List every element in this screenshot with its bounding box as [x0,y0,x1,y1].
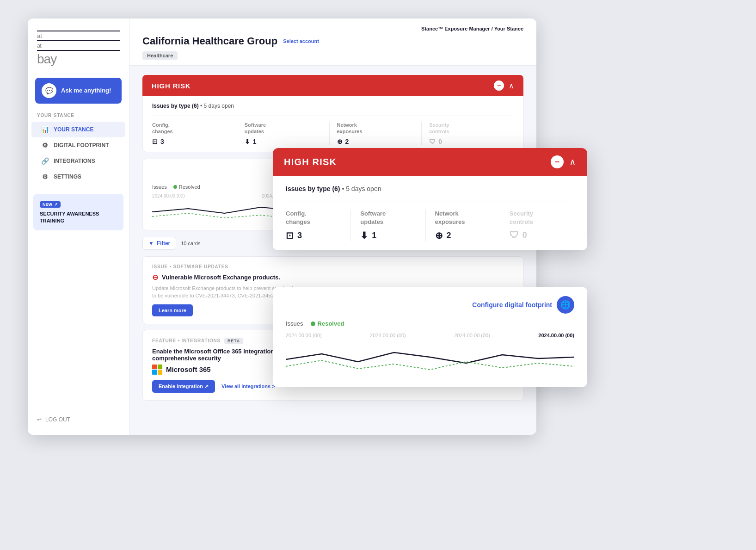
card-type-label: ISSUE • SOFTWARE UPDATES [152,264,514,269]
app-logo: at atbay [28,30,129,78]
overlay-configure-link[interactable]: Configure digital footprint 🌐 [472,296,574,314]
overlay-date-3: 2024.00.00 (00) [454,333,490,338]
overlay-issues-label: Issues by type (6) [286,185,340,192]
overlay-security-count: 0 [522,230,527,240]
overlay-col-security: Securitycontrols 🛡 0 [500,210,574,241]
overlay-col-software: Softwareupdates ⬇ 1 [351,210,425,241]
software-icon: ⬇ [245,138,250,145]
beta-badge: BETA [224,338,243,344]
risk-chevron-icon[interactable]: ∧ [509,81,514,90]
overlay-risk-body: Issues by type (6) • 5 days open Config.… [273,176,587,250]
footprint-icon: ⚙ [41,142,49,149]
filter-button[interactable]: ▼ Filter [142,237,176,250]
logo-text: atbay [37,40,120,67]
breadcrumb-current: Your Stance [494,26,523,31]
logout-button[interactable]: ↩ LOG OUT [28,412,129,427]
overlay-config-count: 3 [297,231,302,241]
risk-meta-days: • 5 days open [200,103,234,109]
overlay-chart-dates: 2024.00.00 (00) 2024.00.00 (00) 2024.00.… [286,333,574,338]
overlay-issues-grid: Config.changes ⊡ 3 Softwareupdates ⬇ 1 N… [286,202,574,241]
issue-col-software: Softwareupdates ⬇ 1 [237,122,330,145]
sidebar-item-your-stance[interactable]: 📊 YOUR STANCE [31,122,125,137]
overlay-chart-body: Configure digital footprint 🌐 Issues Res… [273,287,587,387]
breadcrumb: Stance™ Exposure Manager / Your Stance [142,26,523,31]
overlay-issues-legend: Issues [286,320,303,327]
ask-anything-label: Ask me anything! [61,87,111,95]
integration-icon: 🔗 [41,157,49,165]
overlay-resolved-legend: Resolved [318,320,344,327]
nav-section-label: YOUR STANCE [28,113,129,122]
overlay-chart-area [286,341,574,378]
overlay-col-config: Config.changes ⊡ 3 [286,210,351,241]
overlay-minus-button[interactable]: − [551,155,564,168]
issues-legend-label: Issues [152,184,167,190]
chart-icon: 📊 [41,126,49,133]
page-title-row: California Healthcare Group Select accou… [142,35,523,47]
overlay-software-icon: ⬇ [360,230,368,241]
network-count: 2 [345,138,349,145]
filter-label: Filter [157,240,170,247]
overlay-configure-label: Configure digital footprint [472,301,552,309]
sidebar-item-label: YOUR STANCE [54,126,93,133]
overlay-chart-window: Configure digital footprint 🌐 Issues Res… [273,287,587,387]
gear-icon: ⚙ [41,173,49,180]
learn-more-button[interactable]: Learn more [152,304,193,316]
overlay-security-icon: 🛡 [510,230,519,241]
overlay-chart-header: Configure digital footprint 🌐 [286,296,574,314]
sidebar-item-label: DIGITAL FOOTPRINT [54,142,109,148]
sidebar-item-settings[interactable]: ⚙ SETTINGS [31,169,125,185]
healthcare-tag: Healthcare [142,51,178,60]
overlay-risk-banner: HIGH RISK − ∧ [273,148,587,176]
overlay-risk-title: HIGH RISK [284,157,337,167]
security-count: 0 [438,138,442,145]
date-1: 2024.00.00 (00) [152,193,185,198]
overlay-col-network: Networkexposures ⊕ 2 [426,210,500,241]
minus-icon: ⊖ [152,273,158,282]
card-title: ⊖ Vulnerable Microsoft Exchange products… [152,273,514,282]
overlay-date-4: 2024.00.00 (00) [538,333,574,338]
view-all-integrations-button[interactable]: View all integrations > [221,383,275,389]
chat-icon: 💬 [42,83,56,98]
filter-icon: ▼ [148,240,154,247]
overlay-legend: Issues Resolved [286,320,574,327]
issue-col-security: Securitycontrols 🛡 0 [422,122,514,145]
overlay-days-label: • 5 days open [342,185,381,192]
microsoft-icon [152,365,162,375]
page-title: California Healthcare Group [142,35,277,47]
risk-controls: − ∧ [494,80,514,91]
risk-title: HIGH RISK [152,82,191,90]
filter-count: 10 cards [181,241,200,246]
risk-panel: HIGH RISK − ∧ Issues by type (6) • 5 day… [142,75,523,152]
select-account-button[interactable]: Select account [283,38,319,44]
resolved-legend-label: Resolved [179,184,200,190]
risk-meta: Issues by type (6) • 5 days open [152,103,514,109]
network-icon: ⊕ [337,138,343,145]
overlay-chevron-icon[interactable]: ∧ [569,156,576,167]
sidebar-item-label: SETTINGS [54,173,81,180]
resolved-dot [173,185,177,189]
issues-grid: Config.changes ⊡ 3 Softwareupdates ⬇ 1 [152,116,514,145]
overlay-date-2: 2024.00.00 (00) [370,333,406,338]
overlay-date-1: 2024.00.00 (00) [286,333,322,338]
overlay-risk-controls: − ∧ [551,155,576,168]
risk-minus-button[interactable]: − [494,80,504,91]
overlay-risk-window: HIGH RISK − ∧ Issues by type (6) • 5 day… [273,148,587,250]
risk-meta-label: Issues by type (6) [152,103,199,109]
security-icon: 🛡 [429,138,436,145]
overlay-network-icon: ⊕ [435,230,443,241]
logout-label: LOG OUT [45,416,70,423]
overlay-network-count: 2 [447,231,451,241]
ask-anything-button[interactable]: 💬 Ask me anything! [35,78,122,104]
sidebar-item-digital-footprint[interactable]: ⚙ DIGITAL FOOTPRINT [31,137,125,153]
enable-integration-button[interactable]: Enable integration ↗ [152,380,215,393]
software-count: 1 [253,138,257,145]
config-count: 3 [160,138,164,145]
issue-col-network: Networkexposures ⊕ 2 [330,122,422,145]
overlay-globe-icon: 🌐 [557,296,574,314]
config-icon: ⊡ [152,138,158,145]
overlay-resolved-dot [311,321,315,326]
risk-banner: HIGH RISK − ∧ [142,75,523,96]
overlay-software-count: 1 [372,231,376,241]
sidebar-item-integrations[interactable]: 🔗 INTEGRATIONS [31,153,125,169]
sidebar-item-label: INTEGRATIONS [54,158,95,164]
